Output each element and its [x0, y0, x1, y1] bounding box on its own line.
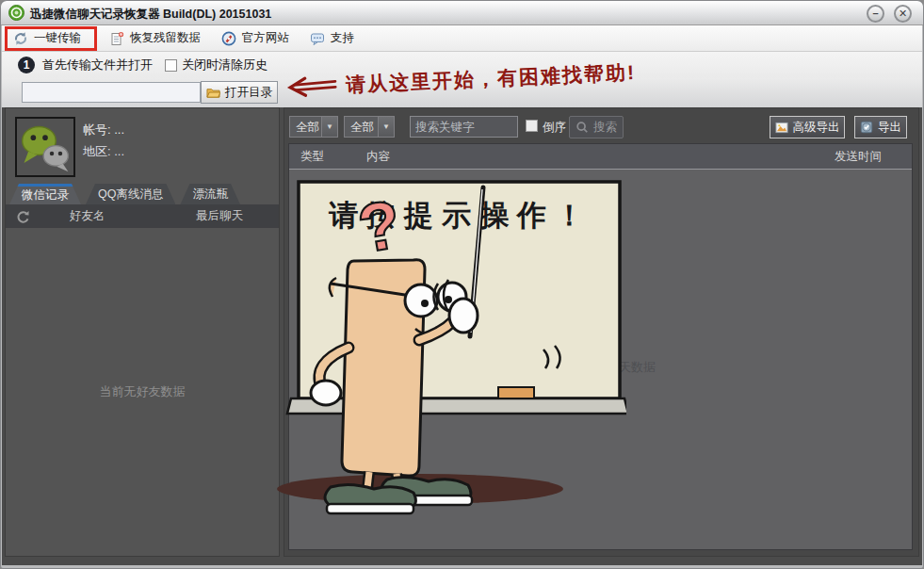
title-bar: 迅捷微信聊天记录恢复器 Build(DL) 20151031 – ✕: [1, 1, 923, 25]
last-chat-header: 最后聊天: [196, 208, 243, 224]
tab-drift-bottle[interactable]: 漂流瓶: [180, 184, 240, 204]
account-line: 帐号: ...: [83, 122, 124, 138]
reverse-order-label: 倒序: [543, 120, 566, 136]
refresh-icon[interactable]: [15, 209, 30, 224]
clear-history-checkbox[interactable]: [165, 59, 177, 72]
subtype-filter-select[interactable]: 全部 ▼: [344, 116, 395, 138]
advanced-export-label: 高级导出: [793, 120, 840, 136]
column-header-send-time: 发送时间: [835, 149, 882, 165]
friend-list-empty-text: 当前无好友数据: [6, 383, 279, 400]
tab-wechat-records[interactable]: 微信记录: [9, 184, 81, 204]
toolbar-button-label: 官方网站: [242, 30, 289, 46]
tab-label: 漂流瓶: [192, 187, 228, 201]
export-label: 导出: [878, 120, 901, 136]
main-area: 帐号: ... 地区: ... 微信记录 QQ离线消息 漂流瓶 好友名: [2, 107, 922, 565]
export-check-icon: [860, 121, 873, 134]
tab-label: QQ离线消息: [98, 187, 163, 201]
support-chat-icon: [310, 31, 325, 46]
search-icon: [575, 121, 589, 134]
app-window: 迅捷微信聊天记录恢复器 Build(DL) 20151031 – ✕ 一键传输: [0, 0, 924, 569]
reverse-order-checkbox[interactable]: [526, 120, 538, 132]
search-keyword-input[interactable]: [410, 116, 518, 138]
step-number-badge: 1: [18, 57, 35, 73]
path-bar: 打开目录: [2, 78, 922, 107]
advanced-export-button[interactable]: 高级导出: [770, 116, 845, 138]
step-bar: 1 首先传输文件并打开 关闭时清除历史: [2, 52, 922, 78]
sync-icon: [13, 31, 28, 46]
message-table-empty-text: 当前无聊天数据: [301, 359, 924, 376]
website-globe-icon: [221, 31, 236, 46]
friend-list-header: 好友名 最后聊天: [6, 204, 279, 228]
window-title: 迅捷微信聊天记录恢复器 Build(DL) 20151031: [30, 7, 271, 23]
minimize-icon: –: [872, 8, 878, 19]
export-button[interactable]: 导出: [854, 116, 907, 138]
path-input[interactable]: [22, 82, 201, 103]
subtype-filter-value: 全部: [345, 117, 378, 137]
open-directory-label: 打开目录: [225, 85, 272, 101]
close-button[interactable]: ✕: [894, 5, 912, 23]
folder-icon: [206, 86, 220, 99]
close-icon: ✕: [899, 8, 907, 19]
clear-history-label: 关闭时清除历史: [182, 57, 267, 73]
search-button[interactable]: 搜索: [569, 116, 624, 138]
search-button-label: 搜索: [593, 120, 617, 136]
toolbar-button-label: 恢复残留数据: [130, 30, 201, 46]
chevron-down-icon: ▼: [321, 117, 337, 137]
message-table: 类型 内容 发送时间 当前无聊天数据: [288, 143, 913, 550]
tab-label: 微信记录: [22, 188, 69, 202]
app-logo-icon: [8, 5, 24, 21]
column-header-content: 内容: [366, 149, 835, 165]
column-header-type: 类型: [300, 149, 366, 165]
recover-doc-icon: [109, 31, 124, 46]
left-panel: 帐号: ... 地区: ... 微信记录 QQ离线消息 漂流瓶 好友名: [5, 107, 280, 557]
open-directory-button[interactable]: 打开目录: [201, 81, 278, 104]
region-line: 地区: ...: [83, 143, 124, 160]
step-label: 首先传输文件并打开: [42, 57, 153, 73]
toolbar-button-recover-residual-data[interactable]: 恢复残留数据: [101, 26, 209, 50]
image-export-icon: [775, 122, 788, 134]
left-tab-bar: 微信记录 QQ离线消息 漂流瓶: [9, 184, 277, 204]
tab-qq-offline-messages[interactable]: QQ离线消息: [86, 184, 175, 204]
message-table-header: 类型 内容 发送时间: [289, 144, 912, 170]
chevron-down-icon: ▼: [378, 117, 394, 137]
right-panel: 全部 ▼ 全部 ▼ 倒序 搜索: [284, 107, 919, 557]
toolbar-button-one-key-transfer[interactable]: 一键传输: [5, 26, 97, 51]
toolbar-button-label: 一键传输: [34, 30, 81, 46]
toolbar-button-support[interactable]: 支持: [301, 26, 363, 50]
toolbar: 一键传输 恢复残留数据 官方网站: [2, 25, 922, 52]
minimize-button[interactable]: –: [867, 5, 884, 23]
friend-name-header: 好友名: [70, 208, 105, 224]
type-filter-value: 全部: [290, 117, 321, 137]
type-filter-select[interactable]: 全部 ▼: [289, 116, 338, 138]
toolbar-button-official-website[interactable]: 官方网站: [213, 26, 298, 50]
wechat-logo-icon: [15, 117, 75, 177]
toolbar-button-label: 支持: [331, 30, 354, 46]
